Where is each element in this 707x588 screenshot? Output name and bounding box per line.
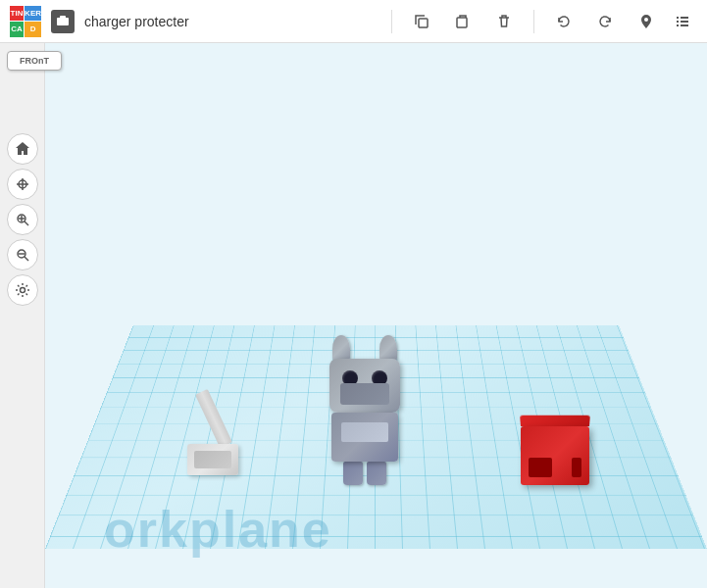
app-icon (51, 10, 75, 33)
svg-line-12 (25, 257, 28, 261)
cube-face-front[interactable]: FROnT (7, 51, 62, 71)
svg-line-8 (25, 221, 28, 225)
svg-point-14 (20, 288, 25, 293)
svg-rect-0 (57, 18, 69, 25)
workplane (45, 325, 707, 549)
delete-button[interactable] (488, 6, 520, 37)
logo-bl: CA (10, 22, 24, 37)
logo-tl: TIN (10, 6, 24, 22)
toolbar-separator-2 (533, 10, 534, 33)
header: TIN KER CA D charger protecter (0, 0, 707, 43)
undo-button[interactable] (548, 6, 580, 37)
app-title: charger protecter (84, 14, 378, 29)
location-button[interactable] (631, 6, 662, 37)
toolbar-right (631, 6, 697, 37)
more-button[interactable] (666, 6, 697, 37)
workplane-grid (45, 325, 707, 549)
zoom-out-button[interactable] (7, 239, 38, 270)
logo-tr: KER (25, 6, 41, 22)
zoom-in-button[interactable] (7, 204, 38, 235)
tinkercad-logo: TIN KER CA D (10, 6, 41, 37)
toolbar-separator-1 (391, 10, 392, 33)
paste-button[interactable] (447, 6, 479, 37)
svg-rect-1 (60, 16, 66, 19)
redo-button[interactable] (589, 6, 621, 37)
svg-rect-3 (457, 18, 467, 27)
view-cube[interactable]: FROnT (6, 51, 63, 118)
home-view-button[interactable] (7, 133, 38, 165)
left-sidebar: FROnT (0, 43, 45, 588)
svg-rect-2 (419, 19, 428, 27)
logo-br: D (25, 22, 41, 37)
fit-view-button[interactable] (7, 169, 38, 200)
copy-button[interactable] (406, 6, 437, 37)
viewport[interactable]: orkplane (45, 43, 707, 588)
main-area: FROnT (0, 43, 707, 588)
settings-button[interactable] (7, 274, 38, 306)
